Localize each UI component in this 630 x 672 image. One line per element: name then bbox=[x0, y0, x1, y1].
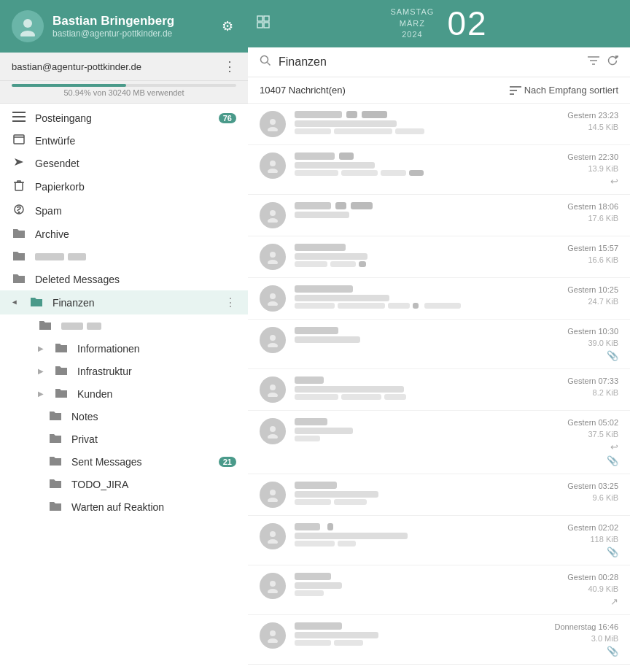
svg-point-27 bbox=[270, 385, 276, 390]
sidebar-item-sent-messages[interactable]: Sent Messages 21 bbox=[0, 450, 248, 473]
message-size: 16.6 KiB bbox=[588, 255, 618, 264]
svg-point-22 bbox=[268, 260, 278, 264]
folder-icon bbox=[12, 250, 26, 263]
account-menu-button[interactable]: ⋮ bbox=[223, 58, 236, 74]
svg-point-37 bbox=[270, 630, 276, 636]
sidebar-item-privat[interactable]: Privat bbox=[0, 428, 248, 450]
svg-point-14 bbox=[261, 56, 268, 63]
svg-marker-6 bbox=[15, 158, 23, 166]
sidebar-item-spam[interactable]: Spam bbox=[0, 198, 248, 223]
inbox-badge: 76 bbox=[219, 113, 236, 123]
folder-icon bbox=[48, 478, 63, 490]
message-row[interactable]: Gestern 18:06 17.6 KiB bbox=[248, 195, 630, 236]
message-meta: Donnerstag 16:46 3.0 MiB 📎 bbox=[553, 622, 618, 657]
sidebar-item-kunden[interactable]: ▶ Kunden bbox=[0, 382, 248, 405]
search-input[interactable] bbox=[279, 55, 580, 69]
reply-icon: ↩ bbox=[610, 441, 618, 452]
message-row[interactable]: Donnerstag 16:46 3.0 MiB 📎 bbox=[248, 615, 630, 665]
sidebar-item-todo[interactable]: TODO_JIRA bbox=[0, 473, 248, 495]
message-row[interactable]: Gestern 00:28 40.9 KiB ↗ bbox=[248, 565, 630, 615]
message-time: Gestern 07:33 bbox=[567, 376, 618, 385]
sidebar-item-label: Posteingang bbox=[35, 112, 210, 124]
sort-label: Nach Empfang sortiert bbox=[524, 85, 618, 96]
svg-point-32 bbox=[268, 498, 278, 502]
sidebar-item-deleted[interactable]: Deleted Messages bbox=[0, 268, 248, 290]
message-size: 3.0 MiB bbox=[591, 634, 618, 643]
sidebar-item-entwuerfe[interactable]: Entwürfe bbox=[0, 129, 248, 152]
message-avatar bbox=[260, 523, 286, 549]
sidebar-item-label: Gesendet bbox=[35, 158, 236, 169]
message-row[interactable]: Gestern 02:02 118 KiB 📎 bbox=[248, 516, 630, 565]
svg-point-35 bbox=[270, 581, 276, 587]
sidebar-item-label: Entwürfe bbox=[35, 135, 236, 147]
message-row[interactable]: Gestern 15:57 16.6 KiB bbox=[248, 236, 630, 278]
message-row[interactable]: Gestern 03:25 9.6 KiB bbox=[248, 474, 630, 516]
sidebar-item-informationen[interactable]: ▶ Informationen bbox=[0, 337, 248, 360]
message-meta: Gestern 03:25 9.6 KiB bbox=[553, 482, 618, 502]
message-time: Gestern 00:28 bbox=[567, 573, 618, 582]
svg-point-15 bbox=[270, 119, 276, 125]
sidebar-item-infrastruktur[interactable]: ▶ Infrastruktur bbox=[0, 360, 248, 382]
message-row[interactable]: Donnerstag 14:30 11.6 KiB bbox=[248, 665, 630, 672]
message-size: 24.7 KiB bbox=[588, 297, 618, 306]
message-row[interactable]: Gestern 10:25 24.7 KiB bbox=[248, 278, 630, 320]
message-body bbox=[295, 111, 544, 134]
svg-point-9 bbox=[18, 212, 20, 213]
sort-button[interactable]: Nach Empfang sortiert bbox=[510, 85, 618, 96]
sidebar-item-sub1[interactable] bbox=[0, 314, 248, 337]
sidebar-item-finanzen[interactable]: ▼ Finanzen ⋮ bbox=[0, 290, 248, 314]
sidebar-item-posteingang[interactable]: Posteingang 76 bbox=[0, 107, 248, 129]
svg-point-34 bbox=[268, 539, 278, 544]
sidebar-item-archive[interactable]: Archive bbox=[0, 223, 248, 245]
settings-button[interactable]: ⚙ bbox=[219, 15, 236, 37]
attachment-icon: 📎 bbox=[607, 350, 618, 361]
message-time: Gestern 10:30 bbox=[567, 327, 618, 336]
message-row[interactable]: Gestern 22:30 13.9 KiB ↩ bbox=[248, 145, 630, 195]
sidebar-item-folder1[interactable] bbox=[0, 245, 248, 268]
folder-icon bbox=[12, 228, 26, 240]
message-row[interactable]: Gestern 23:23 14.5 KiB bbox=[248, 104, 630, 145]
sidebar-item-label: Sent Messages bbox=[71, 456, 210, 468]
sidebar-item-label: Informationen bbox=[77, 343, 236, 355]
message-meta: Gestern 22:30 13.9 KiB ↩ bbox=[553, 152, 618, 187]
sidebar-item-label: Kunden bbox=[77, 388, 236, 400]
message-meta: Gestern 02:02 118 KiB 📎 bbox=[553, 523, 618, 557]
svg-point-29 bbox=[270, 426, 276, 432]
message-meta: Gestern 10:25 24.7 KiB bbox=[553, 285, 618, 306]
folder-icon bbox=[48, 433, 63, 445]
svg-point-30 bbox=[268, 434, 278, 439]
sidebar: Bastian Bringenberg bastian@agentur-pott… bbox=[0, 0, 248, 672]
spam-icon bbox=[12, 204, 26, 217]
sidebar-item-label: Deleted Messages bbox=[35, 274, 236, 285]
folder-menu-button[interactable]: ⋮ bbox=[225, 296, 236, 309]
message-size: 17.6 KiB bbox=[588, 214, 618, 223]
sidebar-item-warten[interactable]: Warten auf Reaktion bbox=[0, 495, 248, 518]
message-row[interactable]: Gestern 07:33 8.2 KiB bbox=[248, 369, 630, 411]
message-row[interactable]: Gestern 10:30 39.0 KiB 📎 bbox=[248, 320, 630, 369]
filter-icon[interactable] bbox=[588, 55, 599, 69]
expand-button[interactable] bbox=[257, 15, 270, 32]
sidebar-item-gesendet[interactable]: Gesendet bbox=[0, 152, 248, 174]
sidebar-item-papierkorb[interactable]: Papierkorb bbox=[0, 174, 248, 198]
sent-icon bbox=[12, 157, 26, 169]
svg-rect-4 bbox=[12, 120, 26, 122]
message-avatar bbox=[260, 573, 286, 599]
sidebar-item-notes[interactable]: Notes bbox=[0, 405, 248, 428]
expand-arrow-icon: ▶ bbox=[38, 344, 44, 352]
svg-rect-3 bbox=[12, 116, 26, 117]
message-row[interactable]: Gestern 05:02 37.5 KiB ↩ 📎 bbox=[248, 411, 630, 474]
svg-point-31 bbox=[270, 490, 276, 495]
sidebar-item-label: Privat bbox=[71, 433, 236, 445]
time-display: 02 bbox=[447, 7, 487, 40]
message-time: Gestern 18:06 bbox=[567, 202, 618, 211]
reply-icon: ↩ bbox=[610, 176, 618, 187]
refresh-icon[interactable] bbox=[607, 55, 618, 69]
message-size: 37.5 KiB bbox=[588, 430, 618, 439]
svg-point-33 bbox=[270, 531, 276, 537]
svg-point-23 bbox=[270, 293, 276, 299]
message-time: Gestern 05:02 bbox=[567, 418, 618, 427]
message-time: Gestern 23:23 bbox=[567, 111, 618, 120]
message-body bbox=[295, 152, 544, 176]
svg-point-0 bbox=[23, 19, 32, 28]
message-meta: Gestern 23:23 14.5 KiB bbox=[553, 111, 618, 131]
